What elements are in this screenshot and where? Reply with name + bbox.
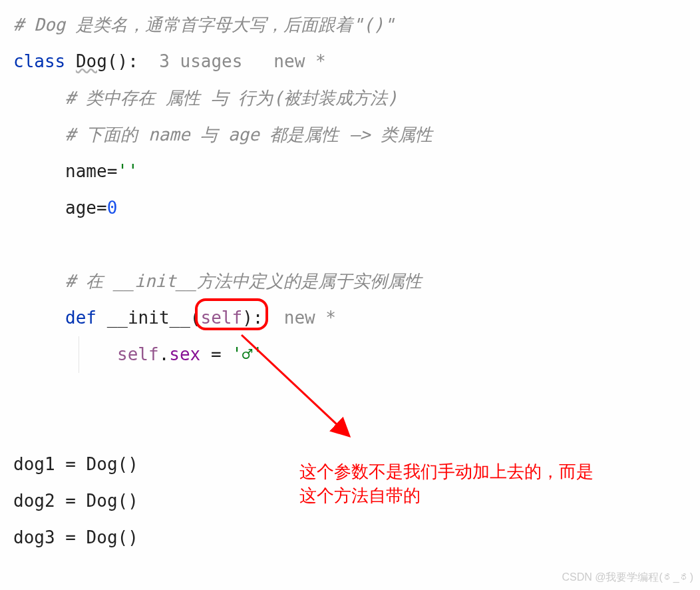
- code-line-1: # Dog 是类名，通常首字母大写，后面跟着"()": [13, 7, 687, 43]
- colon: :: [253, 304, 263, 332]
- equals: =: [55, 524, 87, 552]
- annotation-text: 这个参数不是我们手动加上去的，而是 这个方法自带的: [299, 459, 594, 508]
- call-dog: Dog(): [87, 487, 138, 515]
- ident-age: age: [65, 194, 96, 222]
- code-line-4: # 下面的 name 与 age 都是属性 —> 类属性: [13, 117, 687, 153]
- dot: .: [159, 341, 170, 369]
- open-paren: (: [190, 304, 201, 332]
- number-literal: 0: [107, 194, 118, 222]
- comment-text: # 在 __init__方法中定义的是属于实例属性: [65, 268, 422, 296]
- string-literal: '♂': [232, 341, 263, 369]
- comment-text: # Dog 是类名，通常首字母大写，后面跟着"()": [13, 11, 395, 39]
- comment-text: # 类中存在 属性 与 行为(被封装成方法): [65, 85, 398, 113]
- code-line-7: # 在 __init__方法中定义的是属于实例属性: [13, 263, 687, 300]
- blank-line: [13, 226, 687, 263]
- annotation-line-2: 这个方法自带的: [299, 483, 594, 507]
- ident-name: name: [65, 158, 107, 186]
- self-param: self: [201, 304, 243, 332]
- code-line-5: name='': [13, 153, 687, 190]
- comment-text: # 下面的 name 与 age 都是属性 —> 类属性: [65, 121, 433, 149]
- colon: :: [128, 48, 138, 76]
- string-literal: '': [117, 158, 138, 186]
- equals: =: [55, 487, 87, 515]
- call-dog: Dog(): [87, 524, 138, 552]
- equals: =: [55, 451, 87, 479]
- call-dog: Dog(): [87, 451, 138, 479]
- new-hint[interactable]: new *: [273, 48, 325, 76]
- keyword-class: class: [13, 48, 76, 76]
- code-line-9: self.sex = '♂': [13, 336, 687, 373]
- close-paren: ): [242, 304, 253, 332]
- ident-dog1: dog1: [13, 451, 55, 479]
- code-line-2: class Dog(): 3 usages new *: [13, 43, 687, 80]
- code-line-6: age=0: [13, 190, 687, 226]
- code-line-8: def __init__(self): new *: [13, 300, 687, 336]
- annotation-line-1: 这个参数不是我们手动加上去的，而是: [299, 459, 594, 483]
- blank-line: [13, 373, 687, 410]
- ident-dog2: dog2: [13, 487, 55, 515]
- code-line-12: dog3 = Dog(): [13, 519, 687, 556]
- blank-line: [13, 410, 687, 446]
- ident-dog3: dog3: [13, 524, 55, 552]
- code-line-3: # 类中存在 属性 与 行为(被封装成方法): [13, 80, 687, 117]
- new-hint[interactable]: new *: [263, 304, 336, 332]
- watermark-text: CSDN @我要学编程(ಥ_ಥ): [562, 569, 693, 586]
- indent-guide: [79, 336, 79, 373]
- equals: =: [107, 158, 118, 186]
- keyword-def: def: [65, 304, 107, 332]
- class-name: Dog: [76, 48, 107, 76]
- equals: =: [96, 194, 107, 222]
- usages-hint[interactable]: 3 usages: [138, 48, 274, 76]
- func-name: __init__: [107, 304, 190, 332]
- self-ref: self: [117, 341, 159, 369]
- attr-sex: sex: [169, 341, 200, 369]
- parens: (): [107, 48, 128, 76]
- equals: =: [200, 341, 232, 369]
